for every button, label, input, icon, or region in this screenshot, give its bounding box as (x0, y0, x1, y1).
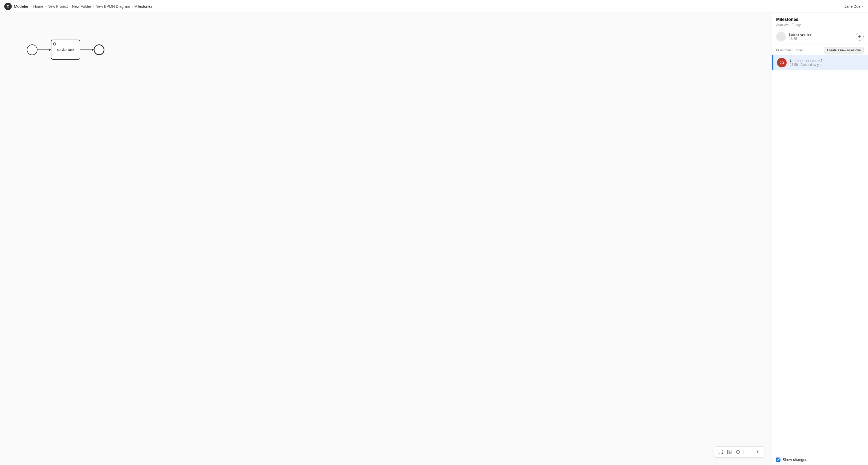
breadcrumb-sep-2: › (69, 5, 70, 8)
header: C Modeler › Home › New Project › New Fol… (0, 0, 868, 13)
panel-header: Milestones Autosave | Today (772, 13, 868, 29)
milestones-section-header: Milestones | Today Create a new mileston… (772, 44, 868, 55)
zoom-out-button[interactable]: − (745, 448, 753, 456)
breadcrumb-sep-4: › (132, 5, 133, 8)
breadcrumb: › Home › New Project › New Folder › New … (31, 4, 152, 8)
autosave-label: Autosave | Today (776, 23, 864, 27)
bpmn-flow: ⚙ service-task (27, 40, 104, 60)
breadcrumb-milestones: Milestones (134, 4, 152, 8)
create-new-milestone-button[interactable]: Create a new milestone (824, 47, 864, 54)
breadcrumb-home[interactable]: Home (33, 4, 43, 8)
milestone-info-0: Untitled milestone 1 18:50 · Created by … (790, 59, 823, 67)
breadcrumb-sep-3: › (93, 5, 94, 8)
breadcrumb-folder[interactable]: New Folder (72, 4, 91, 8)
milestones-section-label: Milestones | Today (776, 48, 803, 52)
show-changes-checkbox[interactable] (776, 458, 780, 462)
header-left: C Modeler › Home › New Project › New Fol… (4, 3, 152, 10)
canvas-area[interactable]: ⚙ service-task (0, 13, 772, 465)
milestone-avatar-0: JD (777, 58, 786, 67)
right-panel: Milestones Autosave | Today Latest versi… (772, 13, 868, 465)
latest-version-info: Latest version 18:55 (789, 33, 812, 41)
bpmn-sequence-flow-2 (80, 49, 94, 50)
milestone-item-0[interactable]: JD Untitled milestone 1 18:50 · Created … (772, 55, 868, 70)
recenter-button[interactable] (734, 448, 742, 456)
zoom-in-button[interactable]: + (754, 448, 761, 456)
fit-to-screen-button[interactable] (717, 448, 724, 456)
milestone-name-0: Untitled milestone 1 (790, 59, 823, 63)
breadcrumb-project[interactable]: New Project (48, 4, 68, 8)
svg-rect-1 (728, 451, 730, 452)
main-layout: ⚙ service-task (0, 13, 868, 465)
svg-point-4 (738, 452, 738, 453)
bpmn-service-task[interactable]: ⚙ service-task (51, 40, 80, 60)
panel-title: Milestones (776, 17, 864, 22)
toolbar-separator (743, 450, 744, 454)
svg-rect-2 (730, 452, 731, 453)
create-milestone-circle-button[interactable] (856, 33, 864, 41)
breadcrumb-diagram[interactable]: New BPMN Diagram (96, 4, 130, 8)
latest-version-avatar (776, 32, 786, 41)
app-logo: C (4, 3, 12, 10)
bpmn-diagram: ⚙ service-task (27, 40, 104, 60)
show-changes-label[interactable]: Show changes (783, 458, 807, 462)
bpmn-start-event[interactable] (27, 44, 37, 55)
latest-version-row[interactable]: Latest version 18:55 (772, 29, 868, 44)
chevron-down-icon: ▾ (862, 5, 864, 8)
breadcrumb-sep-0: › (31, 5, 32, 8)
service-task-label: service-task (57, 48, 74, 52)
bpmn-end-event[interactable] (94, 44, 104, 55)
app-name: Modeler (14, 4, 28, 8)
user-menu[interactable]: Jane Doe ▾ (844, 4, 864, 8)
latest-version-time: 18:55 (789, 37, 812, 41)
minimap-button[interactable] (725, 448, 733, 456)
milestone-sub-0: 18:50 · Created by you (790, 63, 823, 67)
breadcrumb-sep-1: › (45, 5, 46, 8)
bpmn-sequence-flow-1 (37, 49, 51, 50)
service-task-icon: ⚙ (53, 41, 57, 46)
latest-version-name: Latest version (789, 33, 812, 37)
canvas-toolbar: − + (714, 446, 764, 458)
user-name: Jane Doe (844, 4, 861, 8)
panel-footer: Show changes (772, 454, 868, 465)
